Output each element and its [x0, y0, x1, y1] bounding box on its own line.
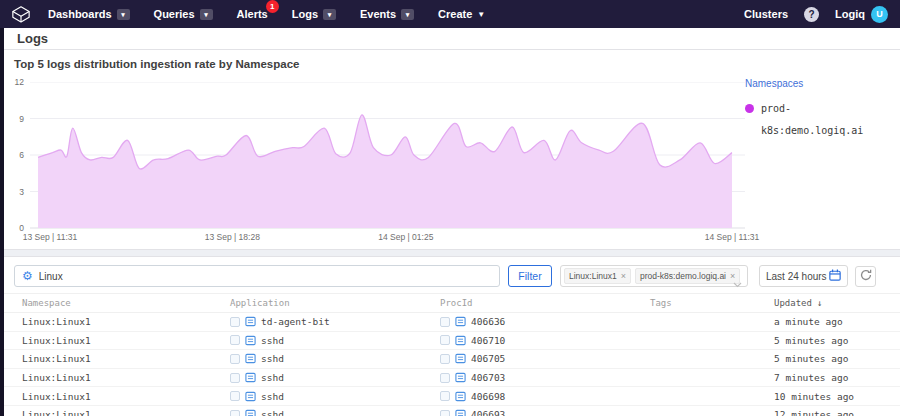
table-row[interactable]: Linux:Linux1sshd40669810 minutes ago: [0, 387, 900, 406]
column-header-updated[interactable]: Updated↓: [766, 298, 900, 308]
search-input[interactable]: [39, 271, 492, 282]
namespace-filter-select[interactable]: Linux:Linux1×prod-k8s:demo.logiq.ai×: [560, 265, 748, 287]
procid-value: 406703: [471, 372, 505, 383]
x-tick-label: 14 Sep | 11:31: [705, 232, 760, 242]
log-view-icon[interactable]: [245, 372, 256, 383]
log-view-icon[interactable]: [455, 409, 466, 416]
caret-down-icon: ▼: [477, 10, 485, 19]
nav-item-create[interactable]: Create▼: [438, 8, 485, 20]
table-row[interactable]: Linux:Linux1sshd4067055 minutes ago: [0, 350, 900, 369]
nav-item-logs[interactable]: Logs▾: [292, 8, 336, 20]
application-value: td-agent-bit: [261, 316, 330, 327]
area-series-fill: [38, 115, 732, 228]
chevron-down-icon[interactable]: [733, 274, 742, 292]
gear-icon: ⚙: [22, 270, 33, 282]
cell-application: sshd: [222, 372, 432, 383]
row-checkbox[interactable]: [440, 373, 450, 383]
row-checkbox[interactable]: [440, 335, 450, 345]
y-tick-label: 6: [19, 150, 24, 160]
log-view-icon[interactable]: [245, 391, 256, 402]
application-value: sshd: [261, 353, 284, 364]
nav-item-label: Events: [360, 8, 396, 20]
sort-desc-icon: ↓: [817, 298, 822, 308]
nav-item-label: Create: [438, 8, 472, 20]
cell-namespace: Linux:Linux1: [0, 391, 222, 402]
refresh-button[interactable]: [855, 266, 876, 287]
procid-value: 406636: [471, 316, 505, 327]
legend-item[interactable]: prod-k8s:demo.logiq.ai: [745, 103, 895, 136]
left-edge-strip: [0, 28, 4, 416]
table-row[interactable]: Linux:Linux1td-agent-bit406636a minute a…: [0, 313, 900, 332]
x-tick-label: 13 Sep | 18:28: [205, 232, 260, 242]
nav-menu: Dashboards▾Queries▾Alerts1Logs▾Events▾Cr…: [48, 8, 485, 20]
table-row[interactable]: Linux:Linux1sshd40669312 minutes ago: [0, 406, 900, 416]
avatar[interactable]: U: [871, 6, 888, 23]
row-checkbox[interactable]: [230, 391, 240, 401]
row-checkbox[interactable]: [440, 410, 450, 416]
log-view-icon[interactable]: [245, 353, 256, 364]
chevron-down-icon[interactable]: ▾: [200, 9, 213, 20]
column-header-namespace[interactable]: Namespace: [0, 298, 222, 308]
refresh-icon: [860, 269, 872, 284]
application-value: sshd: [261, 391, 284, 402]
nav-item-label: Queries: [154, 8, 195, 20]
column-header-label: ProcId: [440, 298, 473, 308]
row-checkbox[interactable]: [230, 373, 240, 383]
cell-application: sshd: [222, 391, 432, 402]
search-box[interactable]: ⚙: [14, 265, 500, 287]
row-checkbox[interactable]: [230, 317, 240, 327]
column-header-application[interactable]: Application: [222, 298, 432, 308]
legend-item-label: prod-: [761, 103, 791, 114]
cell-procid: 406636: [432, 316, 642, 327]
legend-item-line1: prod-: [745, 103, 895, 114]
log-view-icon[interactable]: [455, 353, 466, 364]
column-header-label: Updated: [774, 298, 812, 308]
cell-updated: 5 minutes ago: [766, 335, 900, 346]
table-row[interactable]: Linux:Linux1sshd4067037 minutes ago: [0, 369, 900, 388]
row-checkbox[interactable]: [440, 317, 450, 327]
cell-procid: 406693: [432, 409, 642, 416]
chevron-down-icon[interactable]: ▾: [117, 9, 130, 20]
legend-title[interactable]: Namespaces: [745, 78, 895, 89]
x-tick-label: 14 Sep | 01:25: [378, 232, 433, 242]
cell-application: sshd: [222, 335, 432, 346]
time-range-picker[interactable]: Last 24 hours: [759, 265, 848, 287]
cell-updated: a minute ago: [766, 316, 900, 327]
chip-remove-icon[interactable]: ×: [621, 272, 626, 281]
cell-namespace: Linux:Linux1: [0, 335, 222, 346]
nav-item-label: Logs: [292, 8, 318, 20]
log-view-icon[interactable]: [455, 372, 466, 383]
log-view-icon[interactable]: [455, 316, 466, 327]
nav-item-events[interactable]: Events▾: [360, 8, 414, 20]
chart-title: Top 5 logs distribution ingestion rate b…: [0, 50, 900, 70]
page-title: Logs: [17, 31, 48, 46]
row-checkbox[interactable]: [230, 410, 240, 416]
table-row[interactable]: Linux:Linux1sshd4067105 minutes ago: [0, 332, 900, 351]
row-checkbox[interactable]: [230, 354, 240, 364]
filter-button[interactable]: Filter: [508, 265, 552, 287]
column-header-tags[interactable]: Tags: [642, 298, 766, 308]
nav-item-alerts[interactable]: Alerts1: [237, 8, 268, 20]
user-menu[interactable]: Logiq U: [835, 6, 888, 23]
cell-application: sshd: [222, 353, 432, 364]
cell-procid: 406705: [432, 353, 642, 364]
chevron-down-icon[interactable]: ▾: [401, 9, 414, 20]
log-view-icon[interactable]: [455, 391, 466, 402]
nav-item-queries[interactable]: Queries▾: [154, 8, 213, 20]
row-checkbox[interactable]: [230, 335, 240, 345]
chevron-down-icon[interactable]: ▾: [323, 9, 336, 20]
cell-procid: 406698: [432, 391, 642, 402]
help-icon[interactable]: ?: [804, 7, 819, 22]
log-view-icon[interactable]: [455, 335, 466, 346]
log-view-icon[interactable]: [245, 409, 256, 416]
nav-item-clusters[interactable]: Clusters: [744, 8, 788, 20]
nav-item-dashboards[interactable]: Dashboards▾: [48, 8, 130, 20]
log-view-icon[interactable]: [245, 316, 256, 327]
row-checkbox[interactable]: [440, 354, 450, 364]
ingestion-area-chart[interactable]: [30, 82, 745, 230]
logiq-logo-icon[interactable]: [10, 5, 32, 24]
column-header-procid[interactable]: ProcId: [432, 298, 642, 308]
row-checkbox[interactable]: [440, 391, 450, 401]
log-view-icon[interactable]: [245, 335, 256, 346]
calendar-icon[interactable]: [829, 269, 841, 283]
